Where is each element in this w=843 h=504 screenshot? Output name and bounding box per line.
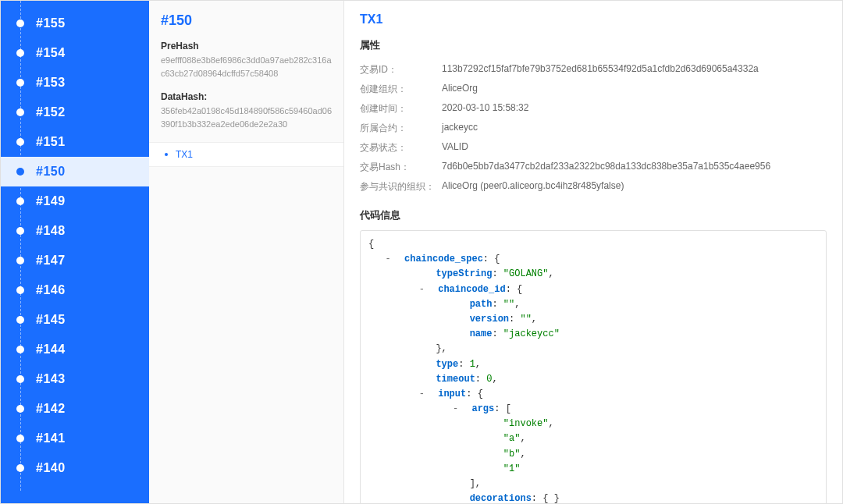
attr-value: VALID bbox=[442, 141, 468, 154]
prehash-section: PreHash e9efff088e3b8ef6986c3dd0a97aeb28… bbox=[149, 37, 343, 87]
attr-row-txhash: 交易Hash：7d6b0e5bb7da3477cb2daf233a2322bc9… bbox=[360, 158, 827, 177]
collapse-toggle-icon[interactable]: - bbox=[386, 252, 393, 267]
block-item-147[interactable]: #147 bbox=[1, 246, 149, 275]
block-item-140[interactable]: #140 bbox=[1, 453, 149, 483]
timeline-dot bbox=[16, 108, 24, 116]
block-item-145[interactable]: #145 bbox=[1, 305, 149, 335]
code-line: decorations: { } bbox=[368, 492, 818, 503]
attr-value: 113b7292cf15faf7bfe79b3752ed681b65534f92… bbox=[442, 63, 759, 76]
datahash-label: DataHash: bbox=[161, 91, 332, 102]
block-item-152[interactable]: #152 bbox=[1, 98, 149, 127]
attr-value: AliceOrg bbox=[442, 83, 478, 96]
block-label: #143 bbox=[36, 372, 66, 386]
prehash-label: PreHash bbox=[161, 41, 332, 51]
code-line: ], bbox=[368, 477, 818, 492]
block-label: #153 bbox=[36, 76, 66, 90]
block-label: #154 bbox=[36, 46, 66, 60]
block-detail-panel: #150 PreHash e9efff088e3b8ef6986c3dd0a97… bbox=[149, 1, 344, 503]
code-line: type: 1, bbox=[368, 357, 818, 372]
timeline-dot bbox=[16, 49, 24, 57]
block-label: #151 bbox=[36, 135, 66, 149]
block-label: #148 bbox=[36, 224, 66, 238]
attr-label: 交易Hash： bbox=[360, 161, 442, 174]
attr-label: 参与共识的组织： bbox=[360, 180, 442, 193]
collapse-toggle-icon[interactable]: - bbox=[453, 402, 461, 417]
attr-row-org: 创建组织：AliceOrg bbox=[360, 80, 827, 99]
timeline-dot bbox=[16, 168, 24, 176]
block-item-150[interactable]: #150 bbox=[1, 157, 149, 186]
block-item-146[interactable]: #146 bbox=[1, 275, 149, 305]
block-label: #147 bbox=[36, 254, 66, 268]
block-label: #144 bbox=[36, 343, 66, 357]
attr-row-consensus-org: 参与共识的组织：AliceOrg (peer0.aliceorg.bc4ihz8… bbox=[360, 177, 827, 197]
timeline-dot bbox=[16, 138, 24, 146]
attr-label: 所属合约： bbox=[360, 122, 442, 135]
tx-title: TX1 bbox=[360, 12, 827, 27]
block-item-143[interactable]: #143 bbox=[1, 364, 149, 394]
attr-section-title: 属性 bbox=[360, 38, 827, 52]
attr-label: 交易状态： bbox=[360, 141, 442, 154]
code-line: "a", bbox=[368, 431, 818, 446]
timeline-dot bbox=[16, 257, 24, 264]
block-item-151[interactable]: #151 bbox=[1, 127, 149, 157]
datahash-value: 356feb42a0198c45d184890f586c59460ad06390… bbox=[161, 105, 332, 130]
attr-label: 创建时间： bbox=[360, 102, 442, 115]
tx-name: TX1 bbox=[176, 149, 193, 160]
code-line: - args: [ bbox=[368, 402, 818, 417]
timeline-dot bbox=[16, 79, 24, 87]
attr-row-status: 交易状态：VALID bbox=[360, 138, 827, 158]
timeline-dot bbox=[16, 405, 24, 413]
block-label: #145 bbox=[36, 313, 66, 327]
attr-label: 交易ID： bbox=[360, 63, 442, 76]
code-box[interactable]: { - chaincode_spec: { typeString: "GOLAN… bbox=[360, 230, 827, 503]
code-section-title: 代码信息 bbox=[360, 208, 827, 222]
datahash-section: DataHash: 356feb42a0198c45d184890f586c59… bbox=[149, 87, 343, 138]
block-label: #146 bbox=[36, 283, 66, 297]
block-item-141[interactable]: #141 bbox=[1, 424, 149, 453]
timeline-dot bbox=[16, 197, 24, 205]
code-line: - chaincode_spec: { bbox=[368, 252, 818, 267]
attr-row-txid: 交易ID：113b7292cf15faf7bfe79b3752ed681b655… bbox=[360, 60, 827, 80]
block-item-154[interactable]: #154 bbox=[1, 38, 149, 68]
block-title: #150 bbox=[161, 12, 332, 29]
prehash-value: e9efff088e3b8ef6986c3dd0a97aeb282c316ac6… bbox=[161, 54, 332, 80]
timeline-dot bbox=[16, 464, 24, 472]
timeline-dot bbox=[16, 435, 24, 442]
code-line: typeString: "GOLANG", bbox=[368, 267, 818, 282]
tx-detail-panel: TX1 属性 交易ID：113b7292cf15faf7bfe79b3752ed… bbox=[344, 1, 842, 503]
code-line: "1" bbox=[368, 462, 818, 477]
block-item-153[interactable]: #153 bbox=[1, 68, 149, 98]
code-line: - chaincode_id: { bbox=[368, 282, 818, 297]
attr-value: 2020-03-10 15:58:32 bbox=[442, 102, 528, 115]
tx-item-tx1[interactable]: TX1 bbox=[149, 142, 343, 167]
attr-label: 创建组织： bbox=[360, 83, 442, 96]
attr-row-contract: 所属合约：jackeycc bbox=[360, 119, 827, 138]
block-item-149[interactable]: #149 bbox=[1, 186, 149, 216]
block-label: #150 bbox=[36, 165, 66, 179]
block-timeline: #155 #154 #153 #152 #151 #150 #149 #148 … bbox=[1, 1, 149, 491]
block-label: #140 bbox=[36, 461, 66, 475]
timeline-dot bbox=[16, 227, 24, 235]
attr-value: 7d6b0e5bb7da3477cb2daf233a2322bc98da133d… bbox=[442, 161, 770, 174]
block-item-155[interactable]: #155 bbox=[1, 9, 149, 38]
block-item-148[interactable]: #148 bbox=[1, 216, 149, 246]
block-label: #152 bbox=[36, 105, 66, 119]
attr-value: jackeycc bbox=[442, 122, 478, 135]
tx-list: TX1 bbox=[149, 142, 343, 167]
collapse-toggle-icon[interactable]: - bbox=[419, 282, 427, 297]
code-line: path: "", bbox=[368, 297, 818, 312]
timeline-dot bbox=[16, 286, 24, 294]
code-line: "b", bbox=[368, 447, 818, 462]
block-label: #141 bbox=[36, 431, 66, 445]
code-line: name: "jackeycc" bbox=[368, 327, 818, 342]
collapse-toggle-icon[interactable]: - bbox=[419, 387, 427, 402]
block-item-142[interactable]: #142 bbox=[1, 394, 149, 424]
block-sidebar: #155 #154 #153 #152 #151 #150 #149 #148 … bbox=[1, 1, 149, 503]
timeline-dot bbox=[16, 316, 24, 324]
timeline-dot bbox=[16, 346, 24, 353]
block-label: #149 bbox=[36, 194, 66, 208]
code-line: version: "", bbox=[368, 312, 818, 327]
code-line: timeout: 0, bbox=[368, 372, 818, 387]
block-item-144[interactable]: #144 bbox=[1, 335, 149, 364]
attr-row-time: 创建时间：2020-03-10 15:58:32 bbox=[360, 99, 827, 119]
